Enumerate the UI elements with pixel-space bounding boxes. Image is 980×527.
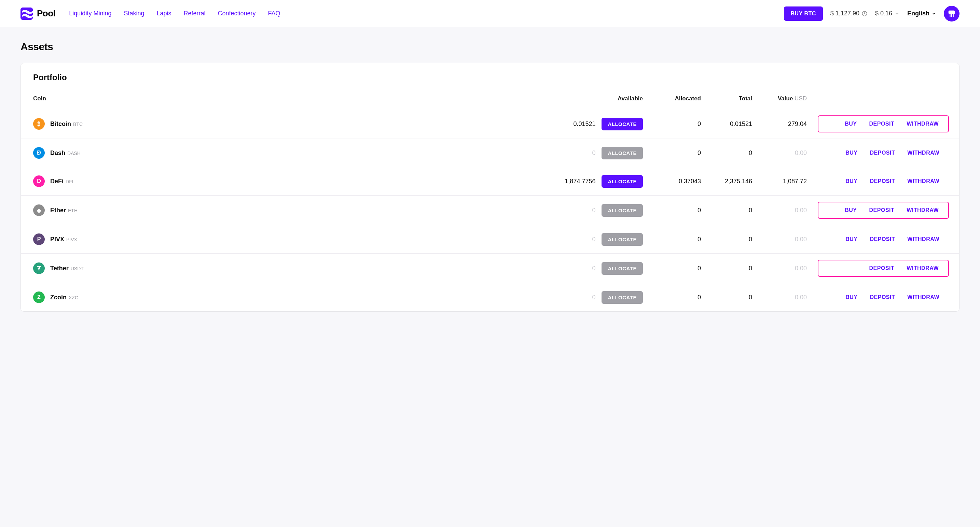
deposit-link[interactable]: DEPOSIT — [863, 262, 901, 274]
withdraw-link[interactable]: WITHDRAW — [901, 147, 945, 159]
dropdown-icon[interactable] — [894, 11, 900, 16]
allocate-button[interactable]: ALLOCATE — [601, 147, 643, 159]
nav-confectionery[interactable]: Confectionery — [218, 10, 256, 17]
value-usd: 1,087.72 — [757, 167, 812, 195]
nav-faq[interactable]: FAQ — [268, 10, 280, 17]
nav-staking[interactable]: Staking — [124, 10, 144, 17]
row-actions: BUYDEPOSITWITHDRAW — [818, 202, 949, 219]
coin-symbol: USDT — [71, 266, 84, 271]
row-actions: BUYDEPOSITWITHDRAW — [818, 145, 949, 161]
table-row: PPIVXPIVX0ALLOCATE000.00BUYDEPOSITWITHDR… — [21, 225, 959, 254]
table-row: DDeFiDFI1,874.7756ALLOCATE0.370432,375.1… — [21, 167, 959, 195]
portfolio-title: Portfolio — [21, 63, 959, 88]
allocated-value: 0 — [648, 139, 706, 167]
coin-name: Dash — [50, 149, 65, 156]
coin-cell: ĐDashDASH — [33, 147, 550, 159]
coin-icon: P — [33, 233, 45, 245]
col-value: Value USD — [757, 88, 812, 109]
deposit-link[interactable]: DEPOSIT — [864, 233, 901, 245]
allocate-button[interactable]: ALLOCATE — [601, 262, 643, 275]
coin-name: PIVX — [50, 236, 64, 243]
coin-symbol: DFI — [65, 179, 73, 184]
withdraw-link[interactable]: WITHDRAW — [901, 292, 945, 303]
value-usd: 0.00 — [757, 254, 812, 283]
coin-symbol: DASH — [67, 151, 81, 156]
coin-name: Tether — [50, 265, 68, 272]
deposit-link[interactable]: DEPOSIT — [864, 175, 901, 187]
row-actions: BUYDEPOSITWITHDRAW — [818, 115, 949, 132]
withdraw-link[interactable]: WITHDRAW — [901, 175, 945, 187]
coin-cell: DDeFiDFI — [33, 175, 550, 187]
available-value: 0 — [592, 294, 595, 301]
available-value: 1,874.7756 — [565, 178, 595, 185]
buy-btc-button[interactable]: BUY BTC — [784, 6, 823, 21]
deposit-link[interactable]: DEPOSIT — [864, 292, 901, 303]
refresh-icon[interactable] — [861, 11, 868, 17]
allocate-button[interactable]: ALLOCATE — [601, 291, 643, 304]
coin-cell: ₮TetherUSDT — [33, 262, 550, 274]
nav-liquidity-mining[interactable]: Liquidity Mining — [69, 10, 111, 17]
deposit-link[interactable]: DEPOSIT — [863, 118, 901, 130]
allocate-button[interactable]: ALLOCATE — [601, 118, 643, 130]
total-value: 0 — [706, 283, 757, 312]
buy-link[interactable]: BUY — [839, 292, 864, 303]
withdraw-link[interactable]: WITHDRAW — [900, 205, 945, 216]
allocated-value: 0 — [648, 283, 706, 312]
deposit-link[interactable]: DEPOSIT — [864, 147, 901, 159]
ticker-1-value: $ 1,127.90 — [830, 10, 859, 17]
table-row: ĐDashDASH0ALLOCATE000.00BUYDEPOSITWITHDR… — [21, 139, 959, 167]
deposit-link[interactable]: DEPOSIT — [863, 205, 901, 216]
coin-symbol: BTC — [73, 122, 83, 127]
main-nav: Liquidity Mining Staking Lapis Referral … — [69, 10, 280, 17]
allocate-button[interactable]: ALLOCATE — [601, 204, 643, 217]
coin-icon: D — [33, 175, 45, 187]
buy-link[interactable]: BUY — [838, 205, 863, 216]
value-usd: 0.00 — [757, 195, 812, 225]
nav-referral[interactable]: Referral — [184, 10, 206, 17]
portfolio-table: Coin Available Allocated Total Value USD… — [21, 88, 959, 311]
coin-cell: ◆EtherETH — [33, 205, 550, 216]
row-actions: BUYDEPOSITWITHDRAW — [818, 173, 949, 189]
buy-link[interactable]: BUY — [839, 175, 864, 187]
buy-link[interactable]: BUY — [838, 118, 863, 130]
withdraw-link[interactable]: WITHDRAW — [901, 233, 945, 245]
nav-lapis[interactable]: Lapis — [156, 10, 171, 17]
available-value: 0 — [592, 236, 595, 243]
ticker-1: $ 1,127.90 — [830, 10, 868, 17]
total-value: 0.01521 — [706, 109, 757, 139]
avatar[interactable] — [944, 6, 959, 22]
language-label: English — [907, 10, 929, 17]
available-value: 0 — [592, 149, 595, 157]
coin-cell: PPIVXPIVX — [33, 233, 550, 245]
coin-cell: ₿BitcoinBTC — [33, 118, 550, 130]
language-selector[interactable]: English — [907, 10, 936, 17]
withdraw-link[interactable]: WITHDRAW — [900, 118, 945, 130]
page-title: Assets — [21, 41, 959, 52]
withdraw-link[interactable]: WITHDRAW — [900, 262, 945, 274]
allocated-value: 0 — [648, 225, 706, 254]
coin-icon: Z — [33, 292, 45, 303]
buy-link[interactable]: BUY — [839, 233, 864, 245]
col-available: Available — [556, 88, 648, 109]
allocate-button[interactable]: ALLOCATE — [601, 233, 643, 246]
total-value: 0 — [706, 195, 757, 225]
coin-icon: ◆ — [33, 205, 45, 216]
portfolio-card: Portfolio Coin Available Allocated Total… — [21, 63, 959, 312]
row-actions: BUYDEPOSITWITHDRAW — [818, 260, 949, 277]
col-coin: Coin — [21, 88, 556, 109]
coin-icon: ₿ — [33, 118, 45, 130]
coin-icon: ₮ — [33, 262, 45, 274]
coin-symbol: XZC — [68, 295, 78, 300]
top-right: BUY BTC $ 1,127.90 $ 0.16 English — [784, 6, 959, 22]
coin-name: Ether — [50, 207, 66, 214]
total-value: 0 — [706, 225, 757, 254]
allocate-button[interactable]: ALLOCATE — [601, 175, 643, 188]
ticker-2-value: $ 0.16 — [875, 10, 892, 17]
buy-link[interactable]: BUY — [839, 147, 864, 159]
logo[interactable]: Pool — [21, 8, 55, 20]
coin-name: DeFi — [50, 178, 64, 185]
total-value: 0 — [706, 139, 757, 167]
row-actions: BUYDEPOSITWITHDRAW — [818, 289, 949, 305]
total-value: 0 — [706, 254, 757, 283]
value-usd: 0.00 — [757, 139, 812, 167]
